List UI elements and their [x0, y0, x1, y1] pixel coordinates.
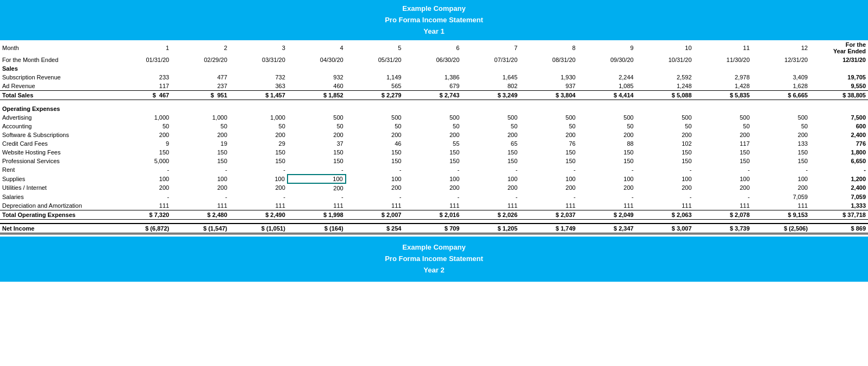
- net-income-label: Net Income: [0, 224, 113, 234]
- ad-2: 237: [171, 82, 229, 91]
- ts-prefix-7: $ 3,249: [461, 91, 520, 100]
- accounting-row: Accounting 50 50 50 50 50 50 50 50 50 50…: [0, 122, 868, 131]
- income-statement-table: Month 1 2 3 4 5 6 7 8 9 10 11 12 For the…: [0, 40, 868, 234]
- total-opex-row: Total Operating Expenses $ 7,320 $ 2,480…: [0, 210, 868, 219]
- sub-5: 1,149: [346, 73, 404, 82]
- credit-card-fees-label: Credit Card Fees: [0, 139, 113, 148]
- total-sales-label: Total Sales: [0, 91, 113, 100]
- supplies-label: Supplies: [0, 175, 113, 183]
- sub-year: 19,705: [810, 73, 868, 82]
- month-10: 10: [636, 40, 694, 55]
- date-4: 04/30/20: [288, 55, 346, 64]
- sub-10: 2,592: [636, 73, 694, 82]
- ad-3: 363: [229, 82, 288, 91]
- website-hosting-row: Website Hosting Fees 150 150 150 150 150…: [0, 148, 868, 157]
- advertising-label: Advertising: [0, 113, 113, 122]
- month-12: 12: [752, 40, 810, 55]
- sub-3: 732: [229, 73, 288, 82]
- month-2: 2: [171, 40, 229, 55]
- date-2: 02/29/20: [171, 55, 229, 64]
- company-name: Example Company: [2, 3, 866, 15]
- ts-prefix-11: $ 5,835: [694, 91, 752, 100]
- subscription-revenue-row: Subscription Revenue 233 477 732 932 1,1…: [0, 73, 868, 82]
- depreciation-label: Depreciation and Amortization: [0, 201, 113, 210]
- ad-4: 460: [288, 82, 346, 91]
- professional-services-label: Professional Services: [0, 157, 113, 165]
- ts-prefix-4: $ 1,852: [288, 91, 346, 100]
- subscription-label: Subscription Revenue: [0, 73, 113, 82]
- month-11: 11: [694, 40, 752, 55]
- date-3: 03/31/20: [229, 55, 288, 64]
- month-1: 1: [113, 40, 171, 55]
- ts-prefix-5: $ 2,279: [346, 91, 404, 100]
- sub-8: 1,930: [520, 73, 578, 82]
- website-hosting-label: Website Hosting Fees: [0, 148, 113, 157]
- opex-header: Operating Expenses: [0, 104, 113, 113]
- total-opex-label: Total Operating Expenses: [0, 210, 113, 219]
- month-9: 9: [578, 40, 636, 55]
- date-5: 05/31/20: [346, 55, 404, 64]
- rent-label: Rent: [0, 165, 113, 175]
- ad-11: 1,428: [694, 82, 752, 91]
- sub-4: 932: [288, 73, 346, 82]
- utilities-row: Utilities / Internet 200 200 200 200 200…: [0, 183, 868, 193]
- ad-5: 565: [346, 82, 404, 91]
- sub-11: 2,978: [694, 73, 752, 82]
- ts-year: $ 38,805: [810, 91, 868, 100]
- month-7: 7: [461, 40, 520, 55]
- sub-7: 1,645: [461, 73, 520, 82]
- month-3: 3: [229, 40, 288, 55]
- utilities-label: Utilities / Internet: [0, 183, 113, 193]
- ad-10: 1,248: [636, 82, 694, 91]
- professional-services-row: Professional Services 5,000 150 150 150 …: [0, 157, 868, 165]
- depreciation-row: Depreciation and Amortization 111 111 11…: [0, 201, 868, 210]
- date-1: 01/31/20: [113, 55, 171, 64]
- ad-9: 1,085: [578, 82, 636, 91]
- spreadsheet-container: Example Company Pro Forma Income Stateme…: [0, 0, 868, 282]
- ts-prefix-3: $ 1,457: [229, 91, 288, 100]
- footer-statement-type: Pro Forma Income Statement: [2, 253, 866, 265]
- opex-header-row: Operating Expenses: [0, 104, 868, 113]
- ts-prefix-10: $ 5,088: [636, 91, 694, 100]
- date-8: 08/31/20: [520, 55, 578, 64]
- ad-7: 802: [461, 82, 520, 91]
- dates-label: For the Month Ended: [0, 55, 113, 64]
- month-6: 6: [403, 40, 461, 55]
- blank-row-1: [0, 100, 868, 104]
- footer-title-block: Example Company Pro Forma Income Stateme…: [0, 237, 868, 281]
- software-subscriptions-label: Software & Subscriptions: [0, 131, 113, 139]
- credit-card-fees-row: Credit Card Fees 9 19 29 37 46 55 65 76 …: [0, 139, 868, 148]
- year-label: Year 1: [2, 26, 866, 38]
- ts-prefix-6: $ 2,743: [403, 91, 461, 100]
- ad-1: 117: [113, 82, 171, 91]
- accounting-label: Accounting: [0, 122, 113, 131]
- date-11: 11/30/20: [694, 55, 752, 64]
- statement-type: Pro Forma Income Statement: [2, 15, 866, 26]
- year-end-date: 12/31/20: [810, 55, 868, 64]
- month-label: Month: [0, 40, 113, 55]
- for-year-header: For theYear Ended: [810, 40, 868, 55]
- sub-2: 477: [171, 73, 229, 82]
- footer-company-name: Example Company: [2, 242, 866, 253]
- month-row: Month 1 2 3 4 5 6 7 8 9 10 11 12 For the…: [0, 40, 868, 55]
- month-4: 4: [288, 40, 346, 55]
- sales-header: Sales: [0, 64, 113, 73]
- total-sales-row: Total Sales $ 467 $ 951 $ 1,457 $ 1,852 …: [0, 91, 868, 100]
- date-6: 06/30/20: [403, 55, 461, 64]
- date-10: 10/31/20: [636, 55, 694, 64]
- date-12: 12/31/20: [752, 55, 810, 64]
- salaries-label: Salaries: [0, 193, 113, 201]
- net-income-row: Net Income $ (6,872) $ (1,547) $ (1,051)…: [0, 224, 868, 234]
- ad-revenue-row: Ad Revenue 117 237 363 460 565 679 802 9…: [0, 82, 868, 91]
- ts-prefix-12: $ 6,665: [752, 91, 810, 100]
- month-8: 8: [520, 40, 578, 55]
- rent-row: Rent - - - - - - - - - - - - -: [0, 165, 868, 175]
- dates-row: For the Month Ended 01/31/20 02/29/20 03…: [0, 55, 868, 64]
- ad-year: 9,550: [810, 82, 868, 91]
- supplies-row: Supplies 100 100 100 100 100 100 100 100…: [0, 175, 868, 183]
- ad-8: 937: [520, 82, 578, 91]
- sub-12: 3,409: [752, 73, 810, 82]
- ad-6: 679: [403, 82, 461, 91]
- sub-1: 233: [113, 73, 171, 82]
- date-7: 07/31/20: [461, 55, 520, 64]
